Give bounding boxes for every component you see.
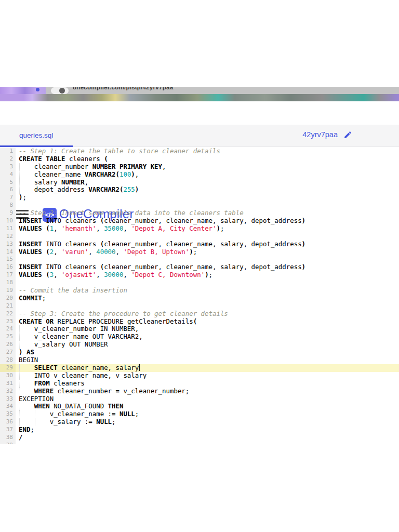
code-token: 'ojaswit': [61, 271, 96, 278]
line-number: 6: [0, 186, 16, 194]
code-line[interactable]: 32 WHERE cleaner_number = v_cleaner_numb…: [0, 388, 399, 395]
code-line[interactable]: 20COMMIT;: [0, 295, 399, 302]
code-line[interactable]: 33EXCEPTION: [0, 395, 399, 403]
code-token: cleaner_number, cleaner_name, salary, de…: [104, 263, 301, 271]
code-text: FROM cleaners: [16, 380, 399, 388]
code-token: COMMIT: [19, 294, 42, 302]
code-line[interactable]: 25 v_cleaner_name OUT VARCHAR2,: [0, 333, 399, 341]
line-number: 18: [0, 279, 16, 287]
code-line[interactable]: 34 WHEN NO_DATA_FOUND THEN: [0, 403, 399, 410]
code-line[interactable]: 6 depot_address VARCHAR2(255): [0, 186, 399, 194]
code-token: ): [302, 263, 305, 271]
browser-url-bar[interactable]: onecompiler.com/plsql/42yrv7paa: [46, 87, 399, 94]
indent-guide: [19, 325, 20, 333]
tab-label: queries.sql: [19, 131, 53, 139]
code-token: cleaner_name, salary: [58, 364, 139, 371]
code-token: 'Depot A, City Center': [131, 224, 216, 232]
code-line[interactable]: 11VALUES (1, 'hemanth', 35000, 'Depot A,…: [0, 225, 399, 233]
line-number: 21: [0, 302, 16, 310]
code-text: v_cleaner_number IN NUMBER,: [16, 325, 399, 333]
line-number: 28: [0, 356, 16, 364]
code-token: INTO cleaners: [42, 217, 100, 224]
code-text: v_cleaner_name OUT VARCHAR2,: [16, 333, 399, 341]
code-line[interactable]: 1-- Step 1: Create the table to store cl…: [0, 148, 399, 155]
code-line[interactable]: 13INSERT INTO cleaners (cleaner_number, …: [0, 241, 399, 248]
code-text: CREATE TABLE cleaners (: [16, 155, 399, 163]
code-line[interactable]: 18: [0, 279, 399, 287]
code-token: EXCEPTION: [19, 395, 54, 403]
code-token: VALUES: [19, 271, 42, 278]
code-text: INSERT INTO cleaners (cleaner_number, cl…: [16, 263, 399, 271]
code-text: VALUES (2, 'varun', 40000, 'Depot B, Upt…: [16, 248, 399, 256]
code-token: 'Depot C, Downtown': [131, 271, 205, 278]
edit-filename-pencil-icon[interactable]: [343, 130, 352, 139]
line-number: 9: [0, 209, 16, 217]
code-line[interactable]: 26 v_salary OUT NUMBER: [0, 341, 399, 349]
code-line[interactable]: 21: [0, 302, 399, 310]
tab-queries-sql[interactable]: queries.sql: [0, 125, 73, 147]
code-token: NUMBER: [61, 178, 85, 186]
code-token: v_salary :: [19, 418, 88, 425]
code-line[interactable]: 15: [0, 256, 399, 263]
code-token: depot_address: [19, 185, 88, 193]
code-line[interactable]: 9-- Step 2: Insert some sample data into…: [0, 209, 399, 217]
code-line[interactable]: 17VALUES (3, 'ojaswit', 30000, 'Depot C,…: [0, 271, 399, 279]
site-favicon-icon: [59, 88, 65, 94]
code-text: WHERE cleaner_number = v_cleaner_number;: [16, 388, 399, 395]
code-line[interactable]: 31 FROM cleaners: [0, 380, 399, 388]
line-number: 12: [0, 233, 16, 241]
code-token: -- Step 1: Create the table to store cle…: [19, 148, 220, 155]
code-line[interactable]: 35 v_cleaner_name := NULL;: [0, 410, 399, 418]
code-token: NUMBER PRIMARY KEY: [92, 163, 162, 170]
code-line[interactable]: 14VALUES (2, 'varun', 40000, 'Depot B, U…: [0, 248, 399, 256]
code-text: [16, 233, 399, 241]
code-token: (: [193, 317, 197, 325]
code-token: 40000: [96, 248, 115, 256]
code-line[interactable]: 29 SELECT cleaner_name, salary: [0, 364, 399, 372]
code-line[interactable]: 39: [0, 442, 399, 444]
line-number: 7: [0, 194, 16, 202]
code-text: INSERT INTO cleaners (cleaner_number, cl…: [16, 241, 399, 248]
code-token: NO_DATA_FOUND: [50, 402, 108, 410]
code-line[interactable]: 24 v_cleaner_number IN NUMBER,: [0, 325, 399, 333]
code-line[interactable]: 12: [0, 233, 399, 241]
code-text: VALUES (3, 'ojaswit', 30000, 'Depot C, D…: [16, 271, 399, 279]
code-token: =: [112, 410, 115, 418]
code-line[interactable]: 36 v_salary := NULL;: [0, 418, 399, 426]
code-token: INTO cleaners: [42, 240, 100, 248]
code-text: v_salary := NULL;: [16, 418, 399, 426]
code-line[interactable]: 30 INTO v_cleaner_name, v_salary: [0, 372, 399, 380]
code-token: cleaner_number, cleaner_name, salary, de…: [104, 217, 301, 224]
code-token: VALUES: [19, 224, 42, 232]
code-line[interactable]: 5 salary NUMBER,: [0, 179, 399, 187]
indent-guide: [19, 163, 20, 171]
app-header: </> OneCompiler: [0, 101, 399, 125]
code-line[interactable]: 3 cleaner_number NUMBER PRIMARY KEY,: [0, 163, 399, 171]
code-text: [16, 202, 399, 209]
code-token: ): [217, 224, 220, 232]
code-area[interactable]: 1-- Step 1: Create the table to store cl…: [0, 148, 399, 444]
code-line[interactable]: 16INSERT INTO cleaners (cleaner_number, …: [0, 263, 399, 271]
code-line[interactable]: 19-- Commit the data insertion: [0, 287, 399, 295]
code-line[interactable]: 37END;: [0, 426, 399, 434]
code-token: cleaners: [50, 379, 85, 387]
code-line[interactable]: 4 cleaner_name VARCHAR2(100),: [0, 171, 399, 179]
tab-bar: queries.sql 42yrv7paa: [0, 125, 399, 147]
code-token: VALUES: [19, 248, 42, 256]
code-line[interactable]: 27) AS: [0, 349, 399, 356]
code-line[interactable]: 23CREATE OR REPLACE PROCEDURE getCleaner…: [0, 318, 399, 326]
indent-guide: [19, 410, 20, 418]
code-line[interactable]: 10INSERT INTO cleaners (cleaner_number, …: [0, 217, 399, 225]
code-text: v_cleaner_name := NULL;: [16, 410, 399, 418]
line-number: 3: [0, 163, 16, 171]
code-line[interactable]: 22-- Step 3: Create the procedure to get…: [0, 310, 399, 318]
code-token: ): [205, 271, 208, 278]
code-line[interactable]: 8: [0, 202, 399, 209]
code-line[interactable]: 38/: [0, 434, 399, 442]
code-line[interactable]: 2CREATE TABLE cleaners (: [0, 155, 399, 163]
code-line[interactable]: 28BEGIN: [0, 356, 399, 364]
code-token: v_cleaner_number IN NUMBER,: [19, 325, 139, 332]
code-line[interactable]: 7);: [0, 194, 399, 202]
code-token: ,: [123, 271, 131, 278]
code-text: [16, 442, 399, 444]
